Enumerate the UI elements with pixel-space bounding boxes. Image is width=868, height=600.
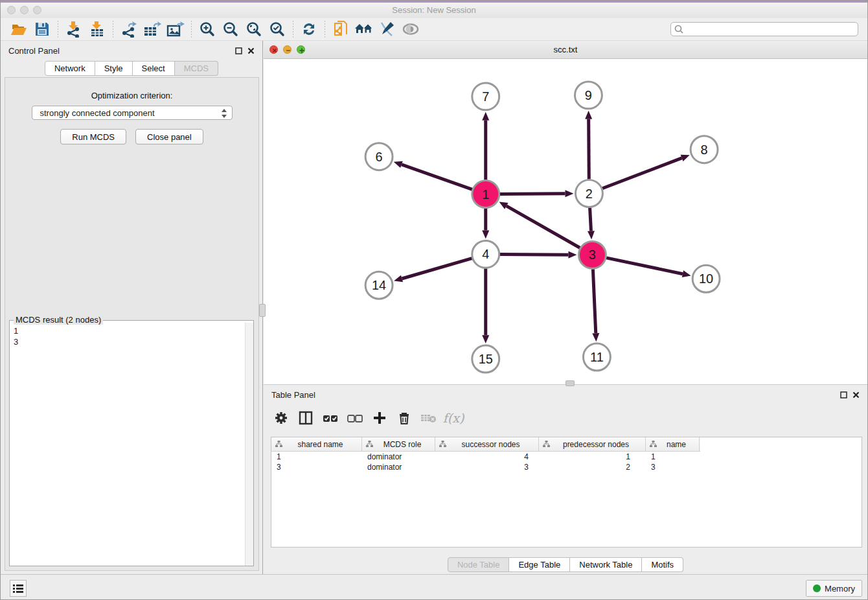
graph-node-label-4: 4 — [482, 247, 489, 261]
deselect-all-icon[interactable] — [345, 408, 365, 428]
tab-network[interactable]: Network — [45, 61, 95, 76]
optimization-criterion-label: Optimization criterion: — [5, 91, 258, 100]
edge-1-6[interactable] — [402, 165, 472, 189]
zoom-fit-icon[interactable] — [242, 19, 266, 39]
refresh-layout-icon[interactable] — [297, 19, 321, 39]
tab-motifs[interactable]: Motifs — [642, 557, 683, 572]
edge-3-11[interactable] — [593, 269, 595, 333]
float-panel-icon[interactable] — [235, 47, 242, 54]
graph-node-label-14: 14 — [372, 278, 386, 292]
column-header-name[interactable]: name — [646, 437, 700, 451]
save-session-icon[interactable] — [30, 19, 54, 39]
horizontal-splitter-grip[interactable] — [565, 380, 575, 386]
tab-style[interactable]: Style — [95, 61, 133, 76]
tab-node-table[interactable]: Node Table — [448, 557, 510, 572]
export-network-icon[interactable] — [117, 19, 141, 39]
edge-arrow-4-15 — [482, 335, 489, 343]
graph-node-label-6: 6 — [376, 150, 383, 164]
tab-edge-table[interactable]: Edge Table — [509, 557, 570, 572]
float-table-panel-icon[interactable] — [840, 391, 847, 398]
edge-arrow-2-9 — [585, 111, 592, 119]
search-icon — [674, 25, 684, 34]
app-title: Session: New Session — [1, 5, 867, 15]
select-arrows-icon — [221, 109, 227, 118]
application-window: Session: New Session — [0, 0, 868, 600]
graph-node-label-9: 9 — [585, 88, 592, 102]
function-builder-icon[interactable]: f(x) — [443, 408, 464, 428]
mcds-result-text[interactable]: 1 3 — [10, 323, 246, 566]
export-table-icon[interactable] — [141, 19, 164, 39]
task-history-button[interactable] — [10, 580, 27, 597]
open-session-icon[interactable] — [7, 19, 30, 39]
edge-arrow-3-10 — [682, 270, 691, 277]
table-row[interactable]: 1dominator411 — [271, 452, 862, 462]
vertical-splitter-grip[interactable] — [259, 304, 266, 317]
edge-1-2[interactable] — [500, 194, 565, 194]
edge-4-14[interactable] — [402, 259, 472, 279]
network-canvas[interactable]: 1234678910111415 — [264, 59, 867, 383]
control-panel-title: Control Panel — [8, 46, 60, 56]
zoom-in-icon[interactable] — [196, 19, 219, 39]
show-column-panel-icon[interactable] — [295, 408, 316, 428]
zoom-out-icon[interactable] — [219, 19, 242, 39]
edge-3-10[interactable] — [606, 258, 683, 274]
network-title: scc.txt — [264, 45, 867, 54]
column-header-MCDS-role[interactable]: MCDS role — [362, 437, 435, 451]
column-header-successor-nodes[interactable]: successor nodes — [435, 437, 539, 451]
run-mcds-button[interactable]: Run MCDS — [60, 129, 126, 144]
network-graph[interactable]: 1234678910111415 — [264, 59, 867, 383]
column-header-predecessor-nodes[interactable]: predecessor nodes — [539, 437, 646, 451]
table-row[interactable]: 3dominator323 — [271, 462, 862, 472]
clone-network-icon[interactable] — [329, 19, 352, 39]
tab-mcds[interactable]: MCDS — [175, 61, 218, 76]
close-table-panel-icon[interactable] — [852, 391, 860, 398]
delete-table-icon[interactable] — [418, 408, 439, 428]
edge-2-3[interactable] — [590, 208, 591, 231]
table-cell: 1 — [539, 452, 646, 462]
edge-2-8[interactable] — [602, 158, 682, 189]
toolbar-separator — [113, 21, 113, 38]
memory-status-dot — [813, 584, 821, 592]
edge-arrow-2-3 — [588, 231, 595, 239]
search-input[interactable] — [670, 22, 858, 36]
sort-tree-icon — [275, 441, 282, 448]
first-neighbors-icon[interactable] — [352, 19, 376, 39]
graph-node-label-8: 8 — [701, 143, 708, 157]
edge-arrow-2-8 — [681, 155, 690, 161]
edge-arrow-1-4 — [482, 230, 489, 238]
apply-style-icon[interactable] — [376, 19, 399, 39]
show-hide-icon[interactable] — [399, 19, 422, 39]
delete-column-icon[interactable] — [394, 408, 415, 428]
graph-node-label-11: 11 — [590, 350, 604, 364]
table-cell: 3 — [646, 462, 700, 472]
table-settings-gear-icon[interactable] — [271, 408, 291, 428]
import-network-icon[interactable] — [62, 19, 86, 39]
zoom-selected-icon[interactable] — [266, 19, 289, 39]
edge-3-1[interactable] — [507, 206, 580, 248]
tab-network-table[interactable]: Network Table — [570, 557, 642, 572]
select-all-icon[interactable] — [320, 408, 341, 428]
table-panel-header: Table Panel — [264, 385, 867, 404]
optimization-criterion-select[interactable]: strongly connected component — [32, 106, 233, 120]
control-panel-tabs: NetworkStyleSelectMCDS — [1, 61, 262, 76]
table-cell: dominator — [362, 452, 435, 462]
result-scrollbar[interactable] — [245, 323, 253, 566]
network-window-titlebar[interactable]: scc.txt — [264, 41, 867, 59]
edge-arrow-4-14 — [394, 275, 403, 283]
edge-arrow-3-11 — [592, 333, 599, 341]
app-titlebar: Session: New Session — [1, 3, 867, 19]
add-column-icon[interactable] — [369, 408, 390, 428]
close-panel-icon[interactable] — [247, 47, 255, 54]
export-image-icon[interactable] — [164, 19, 187, 39]
memory-label: Memory — [825, 584, 855, 594]
close-panel-button[interactable]: Close panel — [135, 129, 203, 144]
edge-4-3[interactable] — [500, 255, 569, 255]
memory-button[interactable]: Memory — [806, 580, 862, 597]
graph-node-label-1: 1 — [482, 187, 489, 202]
edge-2-9[interactable] — [589, 119, 589, 179]
list-icon — [13, 584, 23, 593]
column-header-shared-name[interactable]: shared name — [271, 437, 362, 451]
sort-tree-icon — [366, 441, 373, 448]
import-table-icon[interactable] — [86, 19, 109, 39]
tab-select[interactable]: Select — [133, 61, 175, 76]
